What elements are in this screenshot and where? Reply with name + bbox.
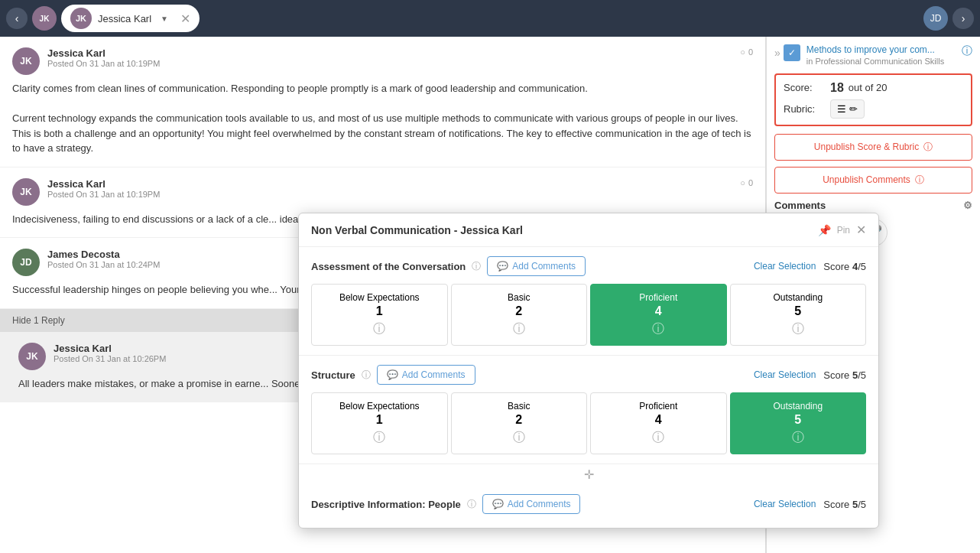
modal-title: Non Verbal Communication - Jessica Karl bbox=[311, 224, 523, 236]
rubric-table-button[interactable]: ☰ ✏ bbox=[830, 99, 865, 119]
add-comments-button[interactable]: 💬 Add Comments bbox=[487, 256, 586, 276]
score-label: Score bbox=[823, 499, 849, 510]
comment-number: 0 bbox=[748, 47, 753, 57]
hide-reply-label: Hide 1 Reply bbox=[12, 315, 65, 326]
avatar: JD bbox=[12, 249, 40, 276]
post-meta: Jessica Karl Posted On 31 Jan at 10:19PM bbox=[47, 47, 732, 68]
score-max: 5 bbox=[861, 261, 866, 272]
rating-cell-proficient[interactable]: Proficient 4 ⓘ bbox=[590, 284, 727, 346]
cell-label: Below Expectations bbox=[318, 401, 441, 411]
rubric-table-icon: ☰ bbox=[837, 103, 846, 115]
rating-cell-proficient[interactable]: Proficient 4 ⓘ bbox=[590, 392, 727, 454]
comment-icon: ○ bbox=[740, 47, 745, 57]
top-bar: ‹ JK JK Jessica Karl ▼ ✕ JD › bbox=[0, 0, 980, 37]
cell-info-icon: ⓘ bbox=[458, 321, 581, 337]
clear-selection-button[interactable]: Clear Selection bbox=[754, 369, 816, 380]
cell-num: 4 bbox=[597, 304, 720, 318]
score-val: 4 bbox=[852, 261, 858, 272]
score-box: Score: 18 out of 20 Rubric: ☰ ✏ bbox=[774, 73, 972, 126]
post-paragraph-1: Clarity comes from clean lines of commun… bbox=[12, 81, 753, 96]
rating-grid: Below Expectations 1 ⓘ Basic 2 ⓘ Profici… bbox=[311, 284, 866, 346]
score-max: 5 bbox=[861, 499, 866, 510]
cell-info-icon: ⓘ bbox=[737, 321, 860, 337]
score-max: 5 bbox=[861, 369, 866, 381]
criterion-info-icon[interactable]: ⓘ bbox=[362, 369, 371, 382]
cell-label: Basic bbox=[458, 292, 581, 303]
post-date: Posted On 31 Jan at 10:19PM bbox=[47, 59, 732, 68]
cell-num: 2 bbox=[458, 413, 581, 427]
modal-close-button[interactable]: ✕ bbox=[856, 223, 866, 237]
rating-grid: Below Expectations 1 ⓘ Basic 2 ⓘ Profici… bbox=[311, 392, 866, 454]
post-paragraph-2: Current technology expands the communica… bbox=[12, 111, 753, 156]
criterion-info-icon[interactable]: ⓘ bbox=[467, 498, 476, 511]
course-name: in Professional Communication Skills bbox=[806, 57, 956, 66]
criterion-header: Assessment of the Conversation ⓘ 💬 Add C… bbox=[311, 256, 866, 276]
rubric-edit-icon: ✏ bbox=[849, 103, 858, 115]
criterion-row: Assessment of the Conversation ⓘ 💬 Add C… bbox=[299, 247, 878, 356]
criterion-info-icon[interactable]: ⓘ bbox=[472, 260, 481, 273]
rating-cell-basic[interactable]: Basic 2 ⓘ bbox=[451, 284, 588, 346]
rubric-label: Rubric: bbox=[784, 103, 826, 115]
forward-icon: » bbox=[774, 47, 780, 59]
comment-icon: ○ bbox=[740, 178, 745, 187]
rating-cell-below-expectations[interactable]: Below Expectations 1 ⓘ bbox=[311, 284, 448, 346]
pin-label: Pin bbox=[837, 225, 850, 236]
comment-icon: 💬 bbox=[387, 369, 398, 380]
modal-header-actions: 📌 Pin ✕ bbox=[818, 223, 866, 237]
unpublish-comments-label: Unpublish Comments bbox=[823, 174, 910, 185]
comment-number: 0 bbox=[748, 178, 753, 187]
add-comments-button[interactable]: 💬 Add Comments bbox=[482, 494, 581, 514]
active-tab[interactable]: JK Jessica Karl ▼ ✕ bbox=[61, 5, 200, 32]
post-meta: Jessica Karl Posted On 31 Jan at 10:19PM bbox=[47, 178, 732, 199]
post-author: Jessica Karl bbox=[47, 47, 732, 59]
add-comments-label: Add Comments bbox=[512, 261, 576, 272]
criterion-left: Structure ⓘ 💬 Add Comments bbox=[311, 365, 475, 385]
cell-info-icon: ⓘ bbox=[318, 430, 441, 446]
cell-label: Proficient bbox=[597, 292, 720, 303]
cell-info-icon: ⓘ bbox=[737, 430, 860, 446]
add-comments-button[interactable]: 💬 Add Comments bbox=[377, 365, 475, 385]
avatar: JK bbox=[18, 343, 46, 370]
tab-name: Jessica Karl bbox=[98, 13, 151, 24]
unpublish-comments-button[interactable]: Unpublish Comments ⓘ bbox=[774, 167, 972, 194]
tab-dropdown-icon[interactable]: ▼ bbox=[161, 15, 168, 23]
cell-num: 1 bbox=[318, 413, 441, 427]
score-value: 18 bbox=[830, 81, 844, 95]
tab-close-button[interactable]: ✕ bbox=[180, 11, 190, 26]
rating-cell-outstanding[interactable]: Outstanding 5 ⓘ bbox=[730, 392, 867, 454]
rating-cell-below-expectations[interactable]: Below Expectations 1 ⓘ bbox=[311, 392, 448, 454]
add-comments-label: Add Comments bbox=[402, 369, 466, 380]
comment-count: ○ 0 bbox=[740, 178, 753, 187]
criterion-row: Descriptive Information: People ⓘ 💬 Add … bbox=[299, 485, 878, 528]
rating-cell-outstanding[interactable]: Outstanding 5 ⓘ bbox=[730, 284, 867, 346]
clear-selection-button[interactable]: Clear Selection bbox=[754, 499, 816, 509]
cell-info-icon: ⓘ bbox=[597, 430, 720, 446]
criterion-header: Descriptive Information: People ⓘ 💬 Add … bbox=[311, 494, 866, 514]
cell-label: Outstanding bbox=[737, 401, 860, 411]
criterion-score: Score 5/5 bbox=[823, 499, 866, 510]
unpublish-comments-info-icon: ⓘ bbox=[915, 174, 924, 187]
cell-num: 2 bbox=[458, 304, 581, 318]
cell-num: 5 bbox=[737, 304, 860, 318]
info-icon[interactable]: ⓘ bbox=[962, 44, 972, 58]
score-out: out of 20 bbox=[849, 82, 888, 93]
clear-selection-button[interactable]: Clear Selection bbox=[754, 261, 816, 272]
prev-button[interactable]: ‹ bbox=[6, 8, 28, 29]
rating-cell-basic[interactable]: Basic 2 ⓘ bbox=[451, 392, 588, 454]
cell-label: Proficient bbox=[597, 401, 720, 411]
unpublish-score-rubric-button[interactable]: Unpublish Score & Rubric ⓘ bbox=[774, 134, 972, 161]
criterion-score: Score 5/5 bbox=[823, 369, 866, 381]
drag-handle[interactable]: ✛ bbox=[299, 464, 878, 485]
comment-icon: 💬 bbox=[497, 261, 508, 272]
cell-label: Below Expectations bbox=[318, 292, 441, 303]
pin-button[interactable]: 📌 bbox=[818, 224, 831, 236]
next-button[interactable]: › bbox=[952, 8, 974, 29]
cell-info-icon: ⓘ bbox=[458, 430, 581, 446]
comments-header: Comments ⚙ bbox=[774, 200, 972, 211]
gear-icon[interactable]: ⚙ bbox=[963, 200, 972, 211]
score-label: Score: bbox=[784, 82, 826, 93]
cell-label: Outstanding bbox=[737, 292, 860, 303]
post-author: Jessica Karl bbox=[47, 178, 732, 190]
tab-avatar: JK bbox=[70, 8, 92, 29]
post-item: JK Jessica Karl Posted On 31 Jan at 10:1… bbox=[0, 37, 765, 168]
